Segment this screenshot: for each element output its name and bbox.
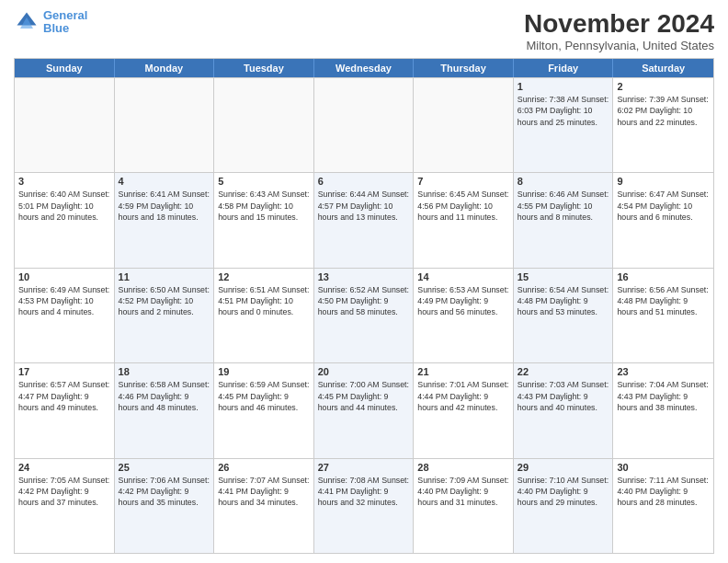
day-info: Sunrise: 7:39 AM Sunset: 6:02 PM Dayligh… [617,94,710,128]
day-cell: 21Sunrise: 7:01 AM Sunset: 4:44 PM Dayli… [414,363,514,457]
day-number: 1 [518,81,609,92]
empty-cell [214,78,314,172]
day-cell: 5Sunrise: 6:43 AM Sunset: 4:58 PM Daylig… [214,173,314,267]
calendar-row: 10Sunrise: 6:49 AM Sunset: 4:53 PM Dayli… [15,268,713,362]
day-cell: 3Sunrise: 6:40 AM Sunset: 5:01 PM Daylig… [15,173,115,267]
empty-cell [314,78,415,172]
day-cell: 2Sunrise: 7:39 AM Sunset: 6:02 PM Daylig… [613,78,713,172]
title-block: November 2024 Milton, Pennsylvania, Unit… [524,9,714,52]
day-info: Sunrise: 6:59 AM Sunset: 4:45 PM Dayligh… [218,379,310,413]
day-number: 13 [318,271,410,282]
day-number: 16 [617,271,710,282]
day-cell: 10Sunrise: 6:49 AM Sunset: 4:53 PM Dayli… [15,269,115,362]
calendar-row: 1Sunrise: 7:38 AM Sunset: 6:03 PM Daylig… [15,77,713,172]
day-number: 29 [518,462,609,473]
day-cell: 8Sunrise: 6:46 AM Sunset: 4:55 PM Daylig… [514,173,614,267]
day-number: 3 [18,176,110,187]
day-info: Sunrise: 6:44 AM Sunset: 4:57 PM Dayligh… [318,189,410,223]
day-number: 10 [18,271,110,282]
day-number: 30 [617,462,710,473]
day-info: Sunrise: 7:05 AM Sunset: 4:42 PM Dayligh… [18,475,110,509]
day-number: 26 [218,462,310,473]
calendar-body: 1Sunrise: 7:38 AM Sunset: 6:03 PM Daylig… [15,77,713,553]
day-number: 18 [119,366,210,377]
day-number: 5 [218,176,310,187]
weekday-header: Monday [115,59,215,77]
logo-line1: General [43,8,87,22]
day-info: Sunrise: 7:38 AM Sunset: 6:03 PM Dayligh… [518,94,609,128]
day-cell: 29Sunrise: 7:10 AM Sunset: 4:40 PM Dayli… [514,459,614,553]
month-title: November 2024 [524,9,714,39]
header: General Blue November 2024 Milton, Penns… [14,9,714,52]
day-cell: 12Sunrise: 6:51 AM Sunset: 4:51 PM Dayli… [214,269,314,362]
day-cell: 16Sunrise: 6:56 AM Sunset: 4:48 PM Dayli… [613,269,713,362]
day-number: 4 [119,176,210,187]
day-cell: 27Sunrise: 7:08 AM Sunset: 4:41 PM Dayli… [314,459,415,553]
day-info: Sunrise: 7:09 AM Sunset: 4:40 PM Dayligh… [417,475,509,509]
day-cell: 26Sunrise: 7:07 AM Sunset: 4:41 PM Dayli… [214,459,314,553]
day-info: Sunrise: 7:01 AM Sunset: 4:44 PM Dayligh… [417,379,509,413]
day-cell: 1Sunrise: 7:38 AM Sunset: 6:03 PM Daylig… [514,78,614,172]
day-info: Sunrise: 7:06 AM Sunset: 4:42 PM Dayligh… [119,475,210,509]
day-info: Sunrise: 7:11 AM Sunset: 4:40 PM Dayligh… [617,475,710,509]
day-info: Sunrise: 6:41 AM Sunset: 4:59 PM Dayligh… [119,189,210,223]
calendar: SundayMondayTuesdayWednesdayThursdayFrid… [14,58,714,554]
day-cell: 15Sunrise: 6:54 AM Sunset: 4:48 PM Dayli… [514,269,614,362]
day-number: 17 [18,366,110,377]
day-info: Sunrise: 6:52 AM Sunset: 4:50 PM Dayligh… [318,284,410,318]
day-number: 20 [318,366,410,377]
day-info: Sunrise: 6:45 AM Sunset: 4:56 PM Dayligh… [417,189,509,223]
day-cell: 11Sunrise: 6:50 AM Sunset: 4:52 PM Dayli… [115,269,215,362]
day-info: Sunrise: 6:40 AM Sunset: 5:01 PM Dayligh… [18,189,110,223]
calendar-row: 17Sunrise: 6:57 AM Sunset: 4:47 PM Dayli… [15,362,713,457]
day-info: Sunrise: 6:43 AM Sunset: 4:58 PM Dayligh… [218,189,310,223]
day-cell: 17Sunrise: 6:57 AM Sunset: 4:47 PM Dayli… [15,363,115,457]
day-info: Sunrise: 7:08 AM Sunset: 4:41 PM Dayligh… [318,475,410,509]
day-cell: 4Sunrise: 6:41 AM Sunset: 4:59 PM Daylig… [115,173,215,267]
day-info: Sunrise: 6:46 AM Sunset: 4:55 PM Dayligh… [518,189,609,223]
day-info: Sunrise: 7:03 AM Sunset: 4:43 PM Dayligh… [518,379,609,413]
day-info: Sunrise: 6:51 AM Sunset: 4:51 PM Dayligh… [218,284,310,318]
weekday-header: Saturday [613,59,713,77]
calendar-header: SundayMondayTuesdayWednesdayThursdayFrid… [15,59,713,77]
day-info: Sunrise: 6:54 AM Sunset: 4:48 PM Dayligh… [518,284,609,318]
day-info: Sunrise: 7:07 AM Sunset: 4:41 PM Dayligh… [218,475,310,509]
day-number: 25 [119,462,210,473]
day-number: 15 [518,271,609,282]
day-cell: 14Sunrise: 6:53 AM Sunset: 4:49 PM Dayli… [414,269,514,362]
day-info: Sunrise: 6:49 AM Sunset: 4:53 PM Dayligh… [18,284,110,318]
day-number: 14 [417,271,509,282]
logo-text: General Blue [43,9,87,36]
day-info: Sunrise: 6:50 AM Sunset: 4:52 PM Dayligh… [119,284,210,318]
day-number: 27 [318,462,410,473]
day-number: 12 [218,271,310,282]
day-cell: 18Sunrise: 6:58 AM Sunset: 4:46 PM Dayli… [115,363,215,457]
day-info: Sunrise: 7:00 AM Sunset: 4:45 PM Dayligh… [318,379,410,413]
day-info: Sunrise: 7:04 AM Sunset: 4:43 PM Dayligh… [617,379,710,413]
logo-line2: Blue [43,21,69,35]
day-number: 19 [218,366,310,377]
weekday-header: Wednesday [314,59,415,77]
day-cell: 22Sunrise: 7:03 AM Sunset: 4:43 PM Dayli… [514,363,614,457]
day-info: Sunrise: 6:47 AM Sunset: 4:54 PM Dayligh… [617,189,710,223]
day-number: 21 [417,366,509,377]
day-cell: 13Sunrise: 6:52 AM Sunset: 4:50 PM Dayli… [314,269,415,362]
day-number: 24 [18,462,110,473]
day-number: 7 [417,176,509,187]
day-number: 6 [318,176,410,187]
day-cell: 7Sunrise: 6:45 AM Sunset: 4:56 PM Daylig… [414,173,514,267]
weekday-header: Tuesday [214,59,314,77]
day-cell: 9Sunrise: 6:47 AM Sunset: 4:54 PM Daylig… [613,173,713,267]
day-number: 8 [518,176,609,187]
day-number: 2 [617,81,710,92]
day-info: Sunrise: 6:56 AM Sunset: 4:48 PM Dayligh… [617,284,710,318]
day-number: 11 [119,271,210,282]
day-info: Sunrise: 6:53 AM Sunset: 4:49 PM Dayligh… [417,284,509,318]
day-info: Sunrise: 6:57 AM Sunset: 4:47 PM Dayligh… [18,379,110,413]
calendar-row: 24Sunrise: 7:05 AM Sunset: 4:42 PM Dayli… [15,458,713,553]
day-cell: 30Sunrise: 7:11 AM Sunset: 4:40 PM Dayli… [613,459,713,553]
day-number: 28 [417,462,509,473]
subtitle: Milton, Pennsylvania, United States [524,39,714,52]
day-cell: 6Sunrise: 6:44 AM Sunset: 4:57 PM Daylig… [314,173,415,267]
day-cell: 19Sunrise: 6:59 AM Sunset: 4:45 PM Dayli… [214,363,314,457]
